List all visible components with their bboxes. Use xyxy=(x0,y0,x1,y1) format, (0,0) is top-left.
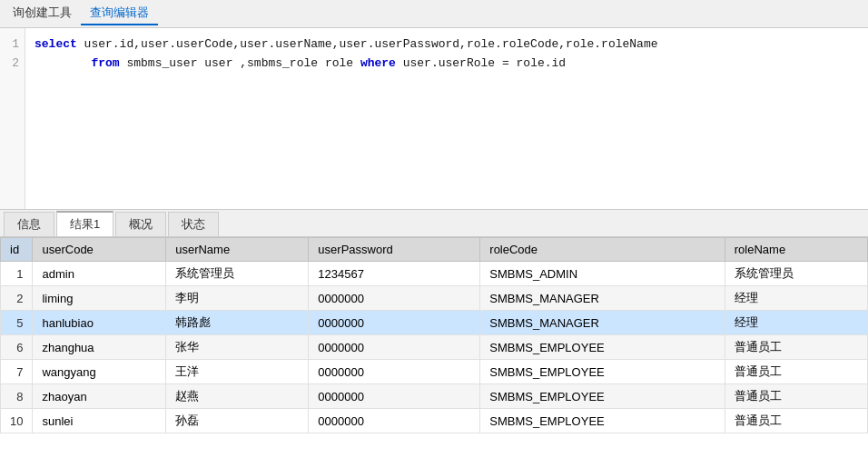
cell-userCode: admin xyxy=(33,262,166,286)
cell-id: 5 xyxy=(1,311,33,335)
tab-status[interactable]: 状态 xyxy=(168,212,219,236)
cell-id: 7 xyxy=(1,360,33,384)
cell-roleName: 系统管理员 xyxy=(725,262,867,286)
cell-roleCode: SMBMS_EMPLOYEE xyxy=(480,360,725,384)
cell-id: 8 xyxy=(1,384,33,409)
cell-roleCode: SMBMS_EMPLOYEE xyxy=(480,335,725,360)
cell-userName: 张华 xyxy=(166,335,309,360)
toolbar: 询创建工具 查询编辑器 xyxy=(0,0,868,28)
toolbar-item-editor[interactable]: 查询编辑器 xyxy=(81,2,158,25)
table-row[interactable]: 10sunlei孙磊0000000SMBMS_EMPLOYEE普通员工 xyxy=(1,409,868,433)
cell-roleCode: SMBMS_EMPLOYEE xyxy=(480,384,725,409)
cell-userCode: zhaoyan xyxy=(33,384,166,409)
toolbar-item-create[interactable]: 询创建工具 xyxy=(4,2,81,25)
line-number-1: 1 xyxy=(5,35,19,55)
cell-userPassword: 0000000 xyxy=(309,335,480,360)
col-header-usercode: userCode xyxy=(33,238,166,262)
cell-userCode: zhanghua xyxy=(33,335,166,360)
cell-id: 6 xyxy=(1,335,33,360)
cell-userCode: liming xyxy=(33,286,166,311)
cell-roleName: 普通员工 xyxy=(725,384,867,409)
code-editor[interactable]: select user.id,user.userCode,user.userNa… xyxy=(25,28,868,209)
tab-result1[interactable]: 结果1 xyxy=(56,211,113,236)
cell-id: 1 xyxy=(1,262,33,286)
table-row[interactable]: 6zhanghua张华0000000SMBMS_EMPLOYEE普通员工 xyxy=(1,335,868,360)
cell-userName: 韩路彪 xyxy=(166,311,309,335)
cell-userPassword: 0000000 xyxy=(309,384,480,409)
table-row[interactable]: 7wangyang王洋0000000SMBMS_EMPLOYEE普通员工 xyxy=(1,360,868,384)
col-header-username: userName xyxy=(166,238,309,262)
line-number-2: 2 xyxy=(5,55,19,74)
cell-userPassword: 0000000 xyxy=(309,360,480,384)
cell-roleName: 普通员工 xyxy=(725,409,867,433)
col-header-rolecode: roleCode xyxy=(480,238,725,262)
cell-userPassword: 0000000 xyxy=(309,311,480,335)
line-numbers: 1 2 xyxy=(0,28,25,209)
cell-userName: 王洋 xyxy=(166,360,309,384)
cell-userCode: sunlei xyxy=(33,409,166,433)
cell-roleName: 经理 xyxy=(725,311,867,335)
cell-id: 2 xyxy=(1,286,33,311)
cell-userPassword: 1234567 xyxy=(309,262,480,286)
cell-roleCode: SMBMS_ADMIN xyxy=(480,262,725,286)
col-header-id: id xyxy=(1,238,33,262)
tab-info[interactable]: 信息 xyxy=(4,212,54,236)
cell-roleName: 经理 xyxy=(725,286,867,311)
cell-userCode: hanlubiao xyxy=(33,311,166,335)
tab-overview[interactable]: 概况 xyxy=(115,212,166,236)
cell-userCode: wangyang xyxy=(33,360,166,384)
table-row[interactable]: 5hanlubiao韩路彪0000000SMBMS_MANAGER经理 xyxy=(1,311,868,335)
results-table: id userCode userName userPassword roleCo… xyxy=(0,237,868,433)
editor-area: 1 2 select user.id,user.userCode,user.us… xyxy=(0,28,868,210)
col-header-rolename: roleName xyxy=(725,238,867,262)
table-row[interactable]: 1admin系统管理员1234567SMBMS_ADMIN系统管理员 xyxy=(1,262,868,286)
col-header-userpassword: userPassword xyxy=(309,238,480,262)
tabs-bar: 信息 结果1 概况 状态 xyxy=(0,210,868,237)
cell-roleCode: SMBMS_MANAGER xyxy=(480,286,725,311)
cell-userName: 系统管理员 xyxy=(166,262,309,286)
table-row[interactable]: 2liming李明0000000SMBMS_MANAGER经理 xyxy=(1,286,868,311)
cell-userName: 孙磊 xyxy=(166,409,309,433)
cell-id: 10 xyxy=(1,409,33,433)
cell-userName: 李明 xyxy=(166,286,309,311)
table-row[interactable]: 8zhaoyan赵燕0000000SMBMS_EMPLOYEE普通员工 xyxy=(1,384,868,409)
cell-userPassword: 0000000 xyxy=(309,286,480,311)
cell-roleCode: SMBMS_EMPLOYEE xyxy=(480,409,725,433)
cell-roleName: 普通员工 xyxy=(725,335,867,360)
cell-userName: 赵燕 xyxy=(166,384,309,409)
results-area: id userCode userName userPassword roleCo… xyxy=(0,237,868,468)
cell-roleName: 普通员工 xyxy=(725,360,867,384)
cell-userPassword: 0000000 xyxy=(309,409,480,433)
cell-roleCode: SMBMS_MANAGER xyxy=(480,311,725,335)
